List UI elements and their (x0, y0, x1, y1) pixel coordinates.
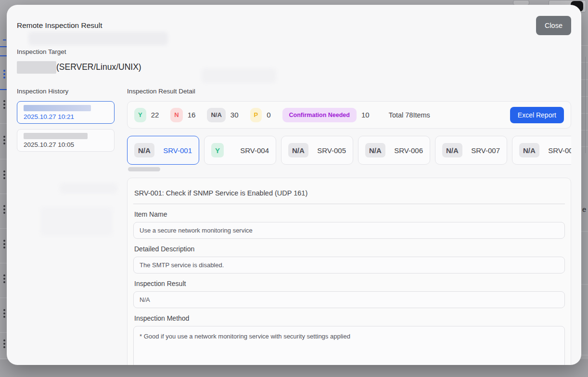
background-table-row-divider (0, 123, 7, 124)
history-timestamp: 2025.10.27 10:05 (24, 141, 114, 148)
tab-item-id: SRV-001 (163, 146, 192, 155)
status-badge: Y (134, 108, 146, 122)
check-item-tab[interactable]: N/ASRV-007 (435, 136, 507, 165)
field-value-box: * Good if you use a network monitoring s… (133, 326, 565, 365)
divider (133, 204, 565, 204)
background-table-row-divider (581, 231, 588, 232)
background-kebab-icon (3, 170, 5, 179)
background-table-row-divider (581, 284, 588, 285)
check-item-tab[interactable]: N/ASRV-001 (127, 136, 199, 165)
inspection-target-value: (SERVER/Linux/UNIX) (17, 61, 571, 74)
excel-report-button[interactable]: Excel Report (510, 107, 564, 123)
background-partial-text: e (582, 205, 586, 213)
status-count: 22 (151, 111, 159, 119)
tabs-scrollbar-thumb[interactable] (128, 167, 160, 171)
inspection-result-detail-label: Inspection Result Detail (127, 88, 571, 95)
field-value-box: The SMTP service is disabled. (133, 257, 565, 273)
tab-item-id: SRV-004 (240, 146, 269, 155)
field-label: Inspection Method (134, 314, 564, 322)
screen: e Remote Inspection Result Close Inspect… (0, 0, 588, 377)
inspection-history-label: Inspection History (17, 88, 115, 95)
background-table-row-divider (0, 194, 7, 194)
background-table-row-divider (581, 113, 588, 114)
background-table-row-divider (0, 263, 7, 263)
status-badge: N/A (207, 108, 225, 122)
inspection-target-label: Inspection Target (17, 48, 571, 55)
history-item[interactable]: 2025.10.27 10:05 (17, 129, 115, 152)
redacted-history-name (24, 105, 91, 111)
history-item[interactable]: 2025.10.27 10:21 (17, 101, 115, 124)
target-platform: (SERVER/Linux/UNIX) (56, 62, 141, 72)
history-list: 2025.10.27 10:212025.10.27 10:05 (17, 101, 115, 152)
summary-count-group: N16 (170, 108, 195, 122)
background-table-row-divider (581, 146, 588, 147)
summary-count-group: Confirmation Needed10 (282, 108, 370, 122)
status-badge: N (170, 108, 182, 122)
tab-item-id: SRV-008 (548, 146, 571, 155)
check-item-tabs: N/ASRV-001YSRV-004N/ASRV-005N/ASRV-006N/… (127, 136, 571, 165)
background-table-row-divider (581, 130, 588, 130)
field-value-box: Use a secure network monitoring service (133, 222, 565, 239)
background-table-row-divider (0, 298, 7, 298)
tab-item-id: SRV-007 (471, 146, 500, 155)
tab-status-badge: N/A (288, 143, 308, 157)
panel-heading: SRV-001: Check if SNMP Service is Enable… (134, 189, 564, 197)
background-table-row-divider (0, 55, 7, 56)
summary-count-group: N/A30 (207, 108, 238, 122)
inspection-result-column: Inspection Result Detail Y22N16N/A30P0Co… (127, 88, 571, 365)
remote-inspection-modal: Remote Inspection Result Close Inspectio… (7, 5, 581, 365)
background-table-row-divider (0, 332, 7, 333)
history-timestamp: 2025.10.27 10:21 (24, 113, 114, 120)
background-table-row-divider (0, 46, 7, 47)
total-items-label: Total 78Items (389, 111, 430, 119)
background-table-row-divider (581, 45, 588, 46)
status-count: 16 (188, 111, 196, 119)
check-item-tab[interactable]: N/ASRV-005 (281, 136, 353, 165)
modal-body: Inspection History 2025.10.27 10:212025.… (17, 88, 571, 365)
field-value-box: N/A (133, 291, 565, 308)
background-kebab-icon (3, 240, 5, 248)
field-label: Inspection Result (134, 280, 564, 287)
inspection-history-column: Inspection History 2025.10.27 10:212025.… (17, 88, 115, 365)
result-detail-panel: SRV-001: Check if SNMP Service is Enable… (127, 178, 571, 365)
check-item-tab[interactable]: N/ASRV-006 (358, 136, 430, 165)
check-item-tab[interactable]: N/ASRV-008 (512, 136, 571, 165)
background-selected-row-highlight (3, 39, 6, 40)
tab-status-badge: Y (211, 143, 224, 157)
tabs-scrollbar (127, 167, 571, 171)
background-table-row-divider (0, 228, 7, 229)
field-label: Item Name (134, 210, 564, 218)
result-summary-bar: Y22N16N/A30P0Confirmation Needed10 Total… (127, 101, 571, 129)
background-kebab-icon (3, 339, 5, 348)
summary-count-group: P0 (250, 108, 271, 122)
tab-status-badge: N/A (365, 143, 385, 157)
status-count: 30 (230, 111, 239, 119)
background-kebab-icon (3, 70, 5, 78)
redacted-target-name (17, 61, 56, 74)
redacted-history-name (24, 133, 88, 139)
background-kebab-icon (3, 309, 5, 318)
status-count: 10 (361, 111, 370, 119)
field-label: Detailed Description (134, 245, 564, 253)
modal-header: Remote Inspection Result Close (17, 5, 571, 35)
summary-counts: Y22N16N/A30P0Confirmation Needed10 (134, 108, 381, 122)
summary-count-group: Y22 (134, 108, 159, 122)
status-count: 0 (267, 111, 270, 119)
background-table-row-divider (581, 62, 588, 63)
background-kebab-icon (3, 274, 5, 283)
background-table-row-divider (581, 79, 588, 80)
tab-status-badge: N/A (519, 143, 539, 157)
close-button[interactable]: Close (536, 16, 571, 35)
background-kebab-icon (3, 100, 5, 109)
tab-status-badge: N/A (442, 143, 462, 157)
check-item-tab[interactable]: YSRV-004 (204, 136, 276, 165)
background-table-row-divider (581, 355, 588, 355)
tab-item-id: SRV-005 (317, 146, 346, 155)
tab-status-badge: N/A (134, 143, 154, 157)
status-badge: Confirmation Needed (282, 108, 357, 122)
modal-title: Remote Inspection Result (17, 21, 102, 30)
background-table-row-divider (0, 89, 7, 90)
background-table-row-divider (581, 96, 588, 97)
tab-item-id: SRV-006 (394, 146, 423, 155)
background-table-row-divider (0, 159, 7, 159)
